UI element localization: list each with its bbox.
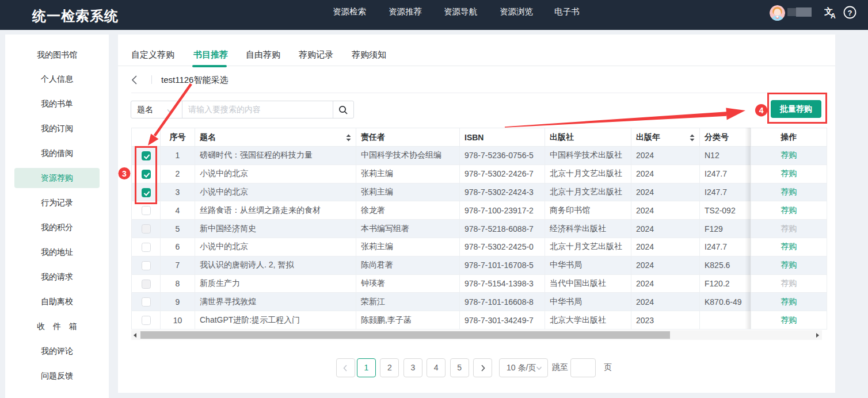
- svg-text:?: ?: [848, 9, 852, 17]
- svg-text:A: A: [831, 12, 836, 19]
